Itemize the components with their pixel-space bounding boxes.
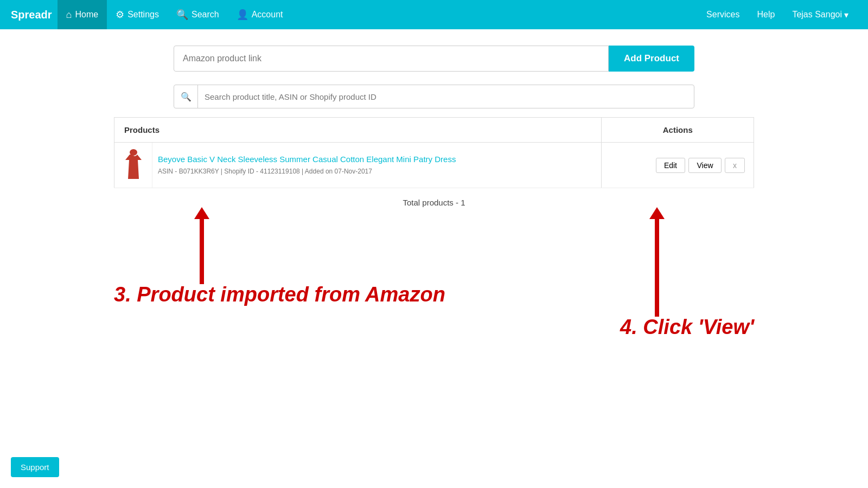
search-icon-button[interactable]: 🔍: [174, 85, 198, 108]
total-products: Total products - 1: [114, 198, 754, 207]
annotation-overlay: 3. Product imported from Amazon 4. Click…: [114, 207, 754, 370]
delete-button[interactable]: x: [725, 158, 745, 173]
product-search-input[interactable]: [198, 92, 694, 101]
col-header-actions: Actions: [602, 118, 754, 143]
nav-user[interactable]: Tejas Sangoi ▾: [783, 0, 857, 29]
arrow-4-shaft: [655, 219, 659, 317]
account-icon: 👤: [237, 9, 248, 21]
arrow-3-shaft: [200, 219, 204, 284]
table-header-row: Products Actions: [114, 118, 754, 143]
arrow-3-head: [194, 207, 209, 219]
edit-button[interactable]: Edit: [656, 158, 685, 173]
products-table: Products Actions Beyove Basic: [114, 117, 754, 188]
search-row: 🔍: [174, 85, 694, 108]
amazon-link-input[interactable]: [174, 46, 609, 72]
view-button[interactable]: View: [688, 158, 721, 173]
dress-thumbnail-icon: [123, 149, 144, 179]
settings-icon: ⚙: [116, 9, 124, 21]
product-thumbnail-cell: [114, 143, 152, 188]
nav-items: ⌂ Home ⚙ Settings 🔍 Search 👤 Account: [58, 0, 698, 29]
add-product-button[interactable]: Add Product: [609, 46, 694, 72]
table-row: Beyove Basic V Neck Sleeveless Summer Ca…: [114, 143, 754, 188]
product-name-link[interactable]: Beyove Basic V Neck Sleeveless Summer Ca…: [158, 155, 596, 164]
main-content: Add Product 🔍 Products Actions: [0, 29, 868, 386]
navbar: Spreadr ⌂ Home ⚙ Settings 🔍 Search 👤 Acc…: [0, 0, 868, 29]
product-action-cell: Edit View x: [602, 143, 754, 188]
search-magnifier-icon: 🔍: [181, 92, 192, 102]
arrow-4-head: [649, 207, 665, 219]
home-icon: ⌂: [66, 9, 72, 21]
search-icon: 🔍: [176, 9, 188, 21]
annotation-label-4: 4. Click 'View': [620, 316, 754, 339]
brand-logo: Spreadr: [11, 9, 52, 21]
add-product-row: Add Product: [174, 46, 694, 72]
nav-search[interactable]: 🔍 Search: [168, 0, 228, 29]
nav-settings[interactable]: ⚙ Settings: [107, 0, 168, 29]
nav-help[interactable]: Help: [748, 0, 783, 29]
nav-services[interactable]: Services: [698, 0, 748, 29]
product-info-cell: Beyove Basic V Neck Sleeveless Summer Ca…: [152, 143, 602, 188]
col-header-products: Products: [114, 118, 602, 143]
product-meta: ASIN - B071KK3R6Y | Shopify ID - 4112311…: [158, 168, 372, 175]
annotation-area: Products Actions Beyove Basic: [114, 117, 754, 370]
nav-right: Services Help Tejas Sangoi ▾: [698, 0, 857, 29]
nav-account[interactable]: 👤 Account: [228, 0, 292, 29]
support-button[interactable]: Support: [11, 457, 59, 477]
annotation-label-3: 3. Product imported from Amazon: [114, 283, 445, 306]
arrow-4: [649, 207, 665, 317]
nav-home[interactable]: ⌂ Home: [58, 0, 107, 29]
dropdown-icon: ▾: [844, 10, 848, 20]
arrow-3: [194, 207, 209, 284]
